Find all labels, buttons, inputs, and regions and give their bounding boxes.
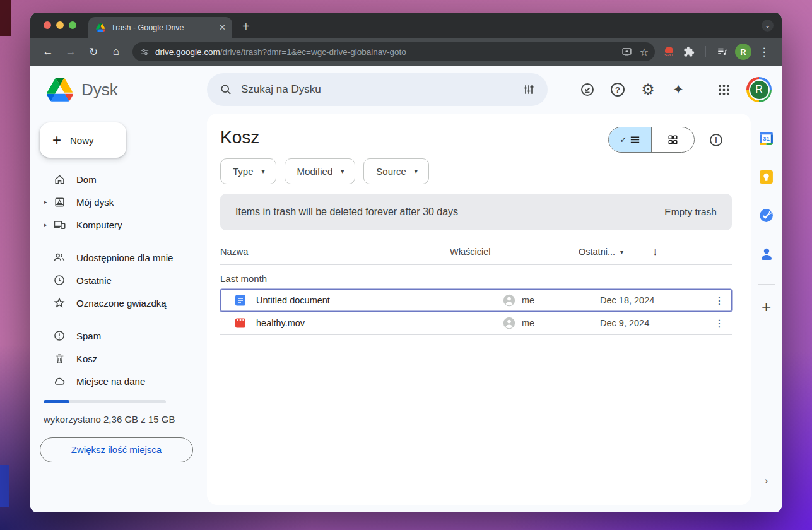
sort-direction-icon[interactable]: ↓ bbox=[652, 246, 657, 257]
caret-down-icon: ▾ bbox=[415, 168, 418, 175]
storage-usage-text: wykorzystano 2,36 GB z 15 GB bbox=[44, 411, 185, 429]
filter-chip-type[interactable]: Type ▾ bbox=[220, 158, 276, 184]
filter-label: Source bbox=[376, 166, 406, 177]
sidebar-item-home[interactable]: Dom bbox=[40, 168, 197, 191]
main-panel: Kosz ✓ i Type ▾ bbox=[207, 114, 751, 505]
add-side-panel-app-icon[interactable]: + bbox=[762, 298, 771, 315]
right-side-panel: 31 bbox=[751, 114, 782, 505]
computers-icon bbox=[53, 218, 66, 231]
owner-avatar-icon bbox=[503, 317, 515, 329]
install-app-icon[interactable] bbox=[621, 47, 632, 57]
file-name-cell: healthy.mov bbox=[220, 317, 450, 329]
browser-profile-avatar[interactable]: R bbox=[735, 44, 751, 60]
tab-title: Trash - Google Drive bbox=[111, 23, 213, 32]
drive-brand[interactable]: Dysk bbox=[30, 78, 207, 102]
sidebar-item-recent[interactable]: Ostatnie bbox=[40, 269, 197, 292]
sidebar-item-label: Miejsce na dane bbox=[76, 376, 145, 387]
trash-icon bbox=[53, 352, 66, 365]
column-header-modified[interactable]: Ostatni... ▾ ↓ bbox=[579, 246, 707, 257]
google-keep-icon[interactable] bbox=[758, 168, 775, 185]
grid-view-icon bbox=[668, 135, 678, 144]
sidebar-item-my-drive[interactable]: ▸ Mój dysk bbox=[40, 191, 197, 213]
row-menu-icon[interactable]: ⋮ bbox=[707, 295, 732, 307]
google-drive-favicon bbox=[96, 23, 105, 32]
sidebar-item-shared-with-me[interactable]: Udostępnione dla mnie bbox=[40, 246, 197, 269]
list-view-button[interactable]: ✓ bbox=[609, 127, 652, 152]
sidebar-item-label: Oznaczone gwiazdką bbox=[76, 298, 167, 309]
app-name: Dysk bbox=[81, 80, 118, 100]
drive-body: + Nowy Dom ▸ Mój dysk ▸ bbox=[30, 114, 782, 512]
my-drive-icon bbox=[53, 196, 66, 208]
svg-text:31: 31 bbox=[763, 136, 769, 142]
browser-tab[interactable]: Trash - Google Drive ✕ bbox=[88, 17, 232, 38]
filter-chip-modified[interactable]: Modified ▾ bbox=[285, 158, 356, 184]
search-bar[interactable] bbox=[207, 73, 548, 106]
apps-grid-icon[interactable] bbox=[711, 77, 736, 102]
collapse-side-panel-icon[interactable]: › bbox=[765, 474, 768, 487]
file-row[interactable]: Untitled document me Dec 18, 2024 ⋮ bbox=[220, 289, 732, 312]
url-path: /drive/trash?dmr=1&ec=wgc-drive-globalna… bbox=[220, 47, 406, 57]
maximize-window-button[interactable] bbox=[69, 21, 76, 29]
address-bar[interactable]: drive.google.com/drive/trash?dmr=1&ec=wg… bbox=[132, 42, 655, 61]
grid-view-button[interactable] bbox=[652, 127, 694, 152]
google-tasks-icon[interactable] bbox=[758, 207, 775, 223]
expand-right-icon[interactable]: ▸ bbox=[44, 221, 47, 228]
new-button[interactable]: + Nowy bbox=[40, 122, 126, 158]
tab-close-icon[interactable]: ✕ bbox=[219, 23, 226, 32]
file-row[interactable]: healthy.mov me Dec 9, 2024 ⋮ bbox=[220, 312, 732, 334]
browser-menu-icon[interactable]: ⋮ bbox=[754, 42, 774, 62]
sidebar-item-spam[interactable]: Spam bbox=[40, 324, 197, 347]
caret-down-icon: ▾ bbox=[341, 168, 344, 175]
drive-app: Dysk ? bbox=[30, 66, 782, 512]
search-input[interactable] bbox=[241, 83, 514, 96]
google-contacts-icon[interactable] bbox=[758, 245, 775, 262]
details-info-icon[interactable]: i bbox=[710, 134, 722, 146]
settings-gear-icon[interactable]: ⚙ bbox=[635, 77, 661, 102]
help-icon[interactable]: ? bbox=[605, 77, 630, 102]
google-docs-icon bbox=[235, 295, 246, 306]
cloud-icon bbox=[53, 375, 66, 387]
file-owner: me bbox=[522, 318, 534, 328]
account-avatar[interactable]: R bbox=[746, 77, 772, 102]
file-name-cell: Untitled document bbox=[220, 295, 450, 306]
tab-search-icon[interactable]: ⌄ bbox=[762, 20, 774, 32]
extension-spo-glyph bbox=[665, 47, 673, 53]
bookmark-star-icon[interactable]: ☆ bbox=[640, 46, 649, 58]
filter-chip-source[interactable]: Source ▾ bbox=[363, 158, 429, 184]
storage-progress-bar bbox=[44, 400, 166, 403]
extensions-puzzle-icon[interactable] bbox=[679, 42, 699, 62]
header-actions: ? ⚙ ✦ R bbox=[575, 77, 782, 102]
sidebar-item-trash[interactable]: Kosz bbox=[40, 347, 197, 370]
sidebar-item-label: Spam bbox=[76, 331, 101, 341]
offline-status-icon[interactable] bbox=[575, 77, 600, 102]
media-playlist-icon[interactable] bbox=[712, 42, 733, 62]
home-icon[interactable]: ⌂ bbox=[106, 42, 126, 62]
sidebar-item-starred[interactable]: Oznaczone gwiazdką bbox=[40, 292, 197, 314]
sidebar-item-storage[interactable]: Miejsce na dane bbox=[40, 370, 197, 392]
column-header-owner[interactable]: Właściciel bbox=[450, 247, 579, 257]
omnibox-actions: ☆ bbox=[621, 46, 649, 58]
sidebar-item-computers[interactable]: ▸ Komputery bbox=[40, 213, 197, 236]
gemini-sparkle-icon[interactable]: ✦ bbox=[666, 77, 691, 102]
search-icon[interactable] bbox=[220, 83, 232, 96]
sidebar-item-label: Udostępnione dla mnie bbox=[76, 252, 173, 263]
new-tab-button[interactable]: + bbox=[242, 20, 250, 33]
forward-icon[interactable]: → bbox=[61, 42, 81, 62]
site-settings-icon[interactable] bbox=[140, 47, 150, 57]
empty-trash-button[interactable]: Empty trash bbox=[664, 206, 717, 218]
reload-icon[interactable]: ↻ bbox=[83, 42, 103, 62]
column-header-name[interactable]: Nazwa bbox=[220, 247, 450, 257]
close-window-button[interactable] bbox=[44, 21, 51, 29]
trash-banner-message: Items in trash will be deleted forever a… bbox=[235, 206, 458, 218]
row-menu-icon[interactable]: ⋮ bbox=[707, 317, 732, 329]
owner-avatar-icon bbox=[503, 294, 515, 307]
advanced-search-tune-icon[interactable] bbox=[522, 83, 535, 96]
minimize-window-button[interactable] bbox=[56, 21, 64, 29]
back-icon[interactable]: ← bbox=[38, 42, 58, 62]
new-button-label: Nowy bbox=[70, 135, 94, 146]
upgrade-storage-button[interactable]: Zwiększ ilość miejsca bbox=[40, 437, 193, 462]
google-calendar-icon[interactable]: 31 bbox=[758, 130, 775, 146]
extension-spo-icon[interactable]: SPO bbox=[661, 47, 676, 57]
expand-right-icon[interactable]: ▸ bbox=[44, 199, 47, 205]
sidebar-item-label: Komputery bbox=[76, 220, 122, 230]
